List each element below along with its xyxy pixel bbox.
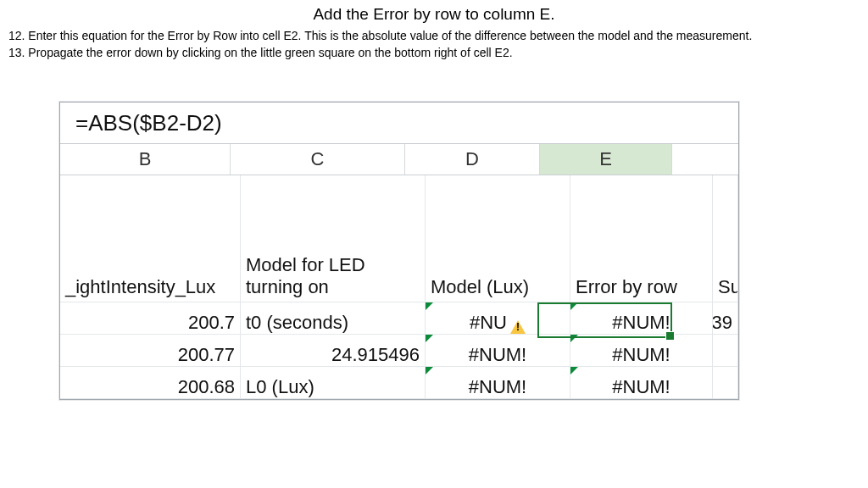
step-13: 13. Propagate the error down by clicking… <box>8 44 868 61</box>
cell-d4[interactable]: #NUM! <box>426 367 570 399</box>
cell-c-header[interactable]: Model for LED turning on <box>241 175 426 302</box>
error-indicator-icon <box>426 302 433 310</box>
cell-b4[interactable]: 200.68 <box>60 367 241 399</box>
cell-b-header[interactable]: _ightIntensity_Lux <box>60 175 241 302</box>
cell-d-header[interactable]: Model (Lux) <box>426 175 570 302</box>
cell-c4[interactable]: L0 (Lux) <box>241 367 426 399</box>
cell-c3[interactable]: 24.915496 <box>241 335 426 367</box>
cell-e2-value: #NUM! <box>612 312 670 334</box>
spreadsheet-screenshot: =ABS($B2-D2) B C D E _ightIntensity_Lux … <box>59 102 739 400</box>
col-header-d[interactable]: D <box>405 144 540 175</box>
error-indicator-icon <box>426 335 433 342</box>
cell-e3[interactable]: #NUM! <box>570 335 713 367</box>
error-indicator-icon <box>570 367 578 374</box>
cell-f2[interactable]: 39 <box>713 302 738 335</box>
cell-f-header[interactable]: Sum <box>713 175 738 302</box>
grid: _ightIntensity_Lux Model for LED turning… <box>60 175 738 399</box>
cell-f4[interactable] <box>713 367 738 399</box>
slide-title: Add the Error by row to column E. <box>0 5 868 24</box>
cell-f3[interactable] <box>713 335 738 367</box>
col-header-e[interactable]: E <box>540 144 672 175</box>
cell-b2[interactable]: 200.7 <box>60 302 241 335</box>
cell-e2[interactable]: #NUM! <box>570 302 713 335</box>
table-row: 200.7 t0 (seconds) #NU #NUM! 39 <box>60 302 738 335</box>
cell-d4-value: #NUM! <box>469 376 526 398</box>
cell-c2[interactable]: t0 (seconds) <box>241 302 426 335</box>
cell-d2-value: #NU <box>470 312 507 334</box>
warning-icon[interactable] <box>510 320 526 334</box>
cell-e3-value: #NUM! <box>612 344 670 366</box>
table-row: 200.77 24.915496 #NUM! #NUM! <box>60 335 738 367</box>
cell-e-header[interactable]: Error by row <box>570 175 713 302</box>
error-indicator-icon <box>570 302 578 310</box>
col-header-c[interactable]: C <box>231 144 405 175</box>
error-indicator-icon <box>426 367 433 374</box>
error-indicator-icon <box>570 335 578 342</box>
table-row: 200.68 L0 (Lux) #NUM! #NUM! <box>60 367 738 399</box>
col-header-f[interactable] <box>672 144 738 175</box>
cell-d2[interactable]: #NU <box>426 302 570 335</box>
cell-d3-value: #NUM! <box>469 344 526 366</box>
column-headers: B C D E <box>60 144 738 175</box>
cell-b3[interactable]: 200.77 <box>60 335 241 367</box>
cell-e4-value: #NUM! <box>612 376 670 398</box>
table-row: _ightIntensity_Lux Model for LED turning… <box>60 175 738 302</box>
instructions: 12. Enter this equation for the Error by… <box>8 27 868 62</box>
col-header-b[interactable]: B <box>60 144 231 175</box>
cell-e4[interactable]: #NUM! <box>570 367 713 399</box>
formula-bar[interactable]: =ABS($B2-D2) <box>60 103 738 144</box>
step-12: 12. Enter this equation for the Error by… <box>8 27 868 44</box>
cell-c-header-line1: Model for LED <box>246 254 365 276</box>
cell-d3[interactable]: #NUM! <box>426 335 570 367</box>
cell-c-header-line2: turning on <box>246 276 329 298</box>
